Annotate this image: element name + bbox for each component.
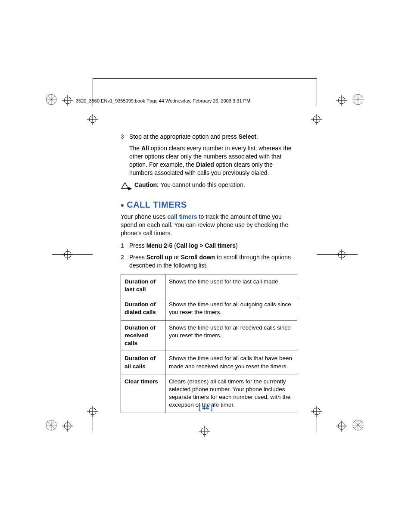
text-bold: Dialed	[196, 161, 214, 168]
crop-line	[317, 78, 317, 106]
text: You cannot undo this operation.	[159, 181, 245, 188]
caution-row: Caution: You cannot undo this operation.	[121, 181, 297, 192]
text-bold: All	[141, 145, 149, 152]
table-row: Duration of last call Shows the time use…	[121, 274, 297, 297]
step-number: 1	[121, 242, 129, 250]
step-body: Press Menu 2-5 (Call log > Call timers)	[129, 242, 297, 250]
text: (	[172, 242, 176, 249]
intro-paragraph: Your phone uses call timers to track the…	[121, 213, 297, 237]
registration-target-icon	[199, 426, 210, 437]
option-desc: Shows the time used for the last call ma…	[165, 274, 297, 297]
registration-target-icon	[336, 420, 347, 432]
text-bold: Scroll up	[146, 254, 172, 261]
caution-text: Caution: You cannot undo this operation.	[134, 181, 245, 189]
text-bold: Menu 2-5	[146, 242, 173, 249]
option-desc: Shows the time used for all received cal…	[165, 320, 297, 351]
option-desc: Shows the time used for all outgoing cal…	[165, 297, 297, 320]
registration-target-icon	[336, 95, 347, 106]
link-text: call timers	[167, 213, 197, 220]
running-header: 3520_3560.ENv1_9355099.book Page 44 Wedn…	[76, 98, 250, 103]
registration-target-icon	[336, 249, 347, 260]
section-title-text: CALL TIMERS	[127, 200, 187, 210]
registration-target-icon	[62, 420, 73, 432]
text: Press	[129, 254, 146, 261]
page-content: 3 Stop at the appropriate option and pre…	[121, 133, 297, 413]
options-table: Duration of last call Shows the time use…	[121, 274, 297, 413]
option-label: Duration of last call	[121, 274, 165, 297]
svg-marker-53	[121, 183, 128, 189]
svg-marker-54	[128, 187, 132, 190]
text: or	[172, 254, 181, 261]
option-desc: Shows the time used for all calls that h…	[165, 351, 297, 374]
caution-icon	[121, 181, 134, 192]
registration-target-icon	[62, 95, 73, 106]
bullet-icon: •	[121, 200, 124, 211]
step-body: Stop at the appropriate option and press…	[129, 133, 297, 141]
registration-rosette-icon	[352, 420, 364, 431]
step-body: Press Scroll up or Scroll down to scroll…	[129, 253, 297, 270]
section-title: •CALL TIMERS	[121, 200, 297, 211]
step-3: 3 Stop at the appropriate option and pre…	[121, 133, 297, 141]
text-bold: Select	[239, 133, 256, 140]
crop-line	[93, 78, 317, 79]
text-bold: Call log > Call timers	[176, 242, 236, 249]
caution-label: Caution:	[134, 181, 159, 188]
text: Press	[129, 242, 146, 249]
text: Stop at the appropriate option and press	[129, 133, 239, 140]
registration-rosette-icon	[46, 420, 57, 431]
step-1: 1 Press Menu 2-5 (Call log > Call timers…	[121, 242, 297, 250]
table-row: Duration of dialed calls Shows the time …	[121, 297, 297, 320]
registration-rosette-icon	[352, 94, 364, 105]
text: The	[129, 145, 141, 152]
registration-target-icon	[87, 114, 98, 125]
table-row: Duration of received calls Shows the tim…	[121, 320, 297, 351]
text: Your phone uses	[121, 213, 167, 220]
text-bold: Scroll down	[181, 254, 215, 261]
option-label: Duration of received calls	[121, 320, 165, 351]
text: .	[256, 133, 258, 140]
step-number: 2	[121, 253, 129, 270]
option-label: Duration of dialed calls	[121, 297, 165, 320]
registration-target-icon	[311, 114, 322, 125]
table-row: Duration of all calls Shows the time use…	[121, 351, 297, 374]
explanation-paragraph: The All option clears every number in ev…	[129, 144, 297, 177]
step-2: 2 Press Scroll up or Scroll down to scro…	[121, 253, 297, 270]
registration-rosette-icon	[46, 94, 57, 105]
registration-target-icon	[62, 249, 73, 260]
step-number: 3	[121, 133, 129, 141]
option-label: Duration of all calls	[121, 351, 165, 374]
text: )	[236, 242, 238, 249]
page-number: [ 44 ]	[0, 404, 411, 411]
